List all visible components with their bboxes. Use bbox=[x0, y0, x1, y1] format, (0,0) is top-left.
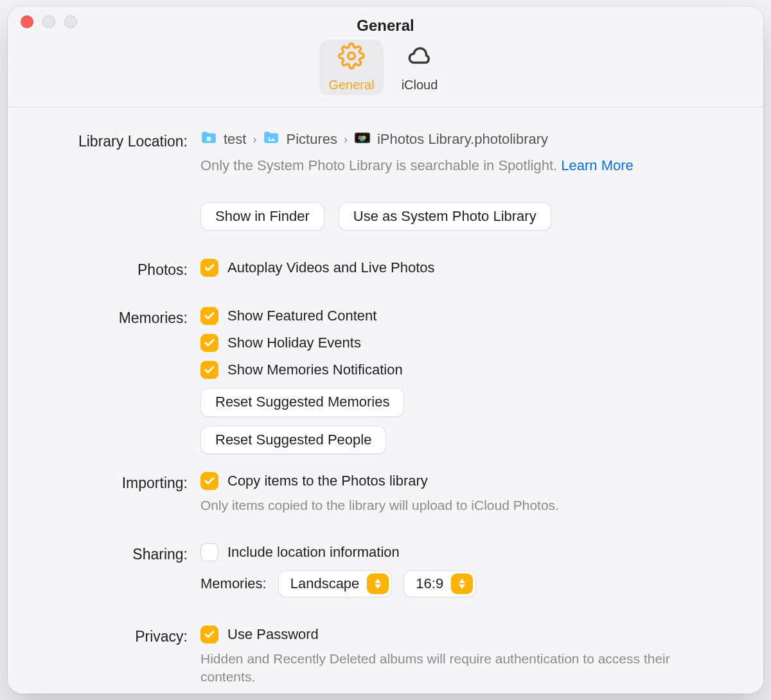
gear-icon bbox=[338, 42, 365, 73]
aspect-ratio-select[interactable]: 16:9 bbox=[403, 570, 476, 597]
tab-icloud[interactable]: iCloud bbox=[387, 40, 452, 95]
autoplay-checkbox-row[interactable]: Autoplay Videos and Live Photos bbox=[200, 259, 725, 277]
show-holiday-row[interactable]: Show Holiday Events bbox=[200, 334, 725, 352]
label-library-location: Library Location: bbox=[46, 130, 200, 150]
use-as-system-library-button[interactable]: Use as System Photo Library bbox=[339, 202, 551, 231]
breadcrumb-seg-3[interactable]: iPhotos Library.photolibrary bbox=[377, 131, 548, 148]
label-privacy: Privacy: bbox=[46, 626, 200, 645]
window-title: General bbox=[357, 17, 414, 35]
show-holiday-label: Show Holiday Events bbox=[227, 335, 361, 351]
importing-helper: Only items copied to the library will up… bbox=[200, 496, 676, 514]
stepper-icon bbox=[451, 573, 473, 594]
traffic-lights bbox=[21, 15, 77, 28]
close-window-button[interactable] bbox=[21, 15, 33, 28]
label-memories: Memories: bbox=[46, 307, 200, 327]
zoom-window-button[interactable] bbox=[64, 15, 77, 28]
include-location-row[interactable]: Include location information bbox=[200, 543, 725, 561]
use-password-label: Use Password bbox=[227, 626, 319, 643]
autoplay-label: Autoplay Videos and Live Photos bbox=[227, 259, 435, 276]
folder-user-icon bbox=[200, 130, 217, 148]
tab-general-label: General bbox=[328, 78, 374, 92]
toolbar: General iCloud bbox=[8, 36, 763, 107]
breadcrumb-seg-1[interactable]: test bbox=[224, 131, 246, 148]
use-password-row[interactable]: Use Password bbox=[200, 626, 725, 643]
library-path-breadcrumb: test › Pictures › iPhotos Library.photol… bbox=[200, 130, 725, 148]
orientation-select[interactable]: Landscape bbox=[278, 570, 393, 597]
show-notification-row[interactable]: Show Memories Notification bbox=[200, 361, 725, 379]
photos-library-icon bbox=[354, 130, 371, 148]
cloud-icon bbox=[405, 42, 434, 73]
learn-more-link[interactable]: Learn More bbox=[561, 157, 634, 173]
privacy-helper: Hidden and Recently Deleted albums will … bbox=[200, 650, 676, 687]
tab-general[interactable]: General bbox=[319, 40, 384, 95]
titlebar: General bbox=[8, 6, 763, 36]
reset-suggested-people-button[interactable]: Reset Suggested People bbox=[200, 426, 386, 454]
chevron-right-icon: › bbox=[253, 133, 256, 146]
autoplay-checkbox[interactable] bbox=[200, 259, 218, 277]
aspect-ratio-value: 16:9 bbox=[416, 575, 443, 592]
tab-icloud-label: iCloud bbox=[402, 78, 438, 92]
show-notification-label: Show Memories Notification bbox=[227, 362, 403, 378]
chevron-right-icon: › bbox=[344, 133, 348, 146]
label-sharing: Sharing: bbox=[46, 543, 200, 563]
content-area: Library Location: test › Pictures › bbox=[8, 107, 763, 694]
use-password-checkbox[interactable] bbox=[200, 626, 218, 643]
library-helper-text: Only the System Photo Library is searcha… bbox=[200, 157, 557, 173]
show-in-finder-button[interactable]: Show in Finder bbox=[200, 202, 324, 231]
preferences-window: General General iCloud Library Location: bbox=[8, 6, 763, 694]
svg-point-7 bbox=[360, 137, 364, 142]
breadcrumb-seg-2[interactable]: Pictures bbox=[286, 131, 337, 148]
show-notification-checkbox[interactable] bbox=[200, 361, 218, 379]
folder-pictures-icon bbox=[263, 130, 279, 148]
show-featured-row[interactable]: Show Featured Content bbox=[200, 307, 725, 325]
svg-rect-1 bbox=[207, 137, 211, 141]
label-photos: Photos: bbox=[46, 259, 200, 279]
copy-items-checkbox[interactable] bbox=[200, 472, 218, 490]
show-featured-label: Show Featured Content bbox=[227, 308, 377, 324]
show-featured-checkbox[interactable] bbox=[200, 307, 218, 325]
minimize-window-button[interactable] bbox=[42, 15, 55, 28]
copy-items-label: Copy items to the Photos library bbox=[227, 473, 428, 489]
sharing-memories-label: Memories: bbox=[200, 575, 267, 592]
include-location-checkbox[interactable] bbox=[200, 543, 218, 561]
svg-point-2 bbox=[269, 137, 270, 139]
copy-items-row[interactable]: Copy items to the Photos library bbox=[200, 472, 725, 490]
reset-suggested-memories-button[interactable]: Reset Suggested Memories bbox=[200, 388, 404, 416]
label-importing: Importing: bbox=[46, 472, 200, 492]
svg-point-0 bbox=[348, 53, 355, 60]
orientation-value: Landscape bbox=[290, 575, 360, 592]
library-helper: Only the System Photo Library is searcha… bbox=[200, 157, 725, 174]
include-location-label: Include location information bbox=[227, 544, 400, 561]
show-holiday-checkbox[interactable] bbox=[200, 334, 218, 352]
stepper-icon bbox=[367, 573, 389, 594]
